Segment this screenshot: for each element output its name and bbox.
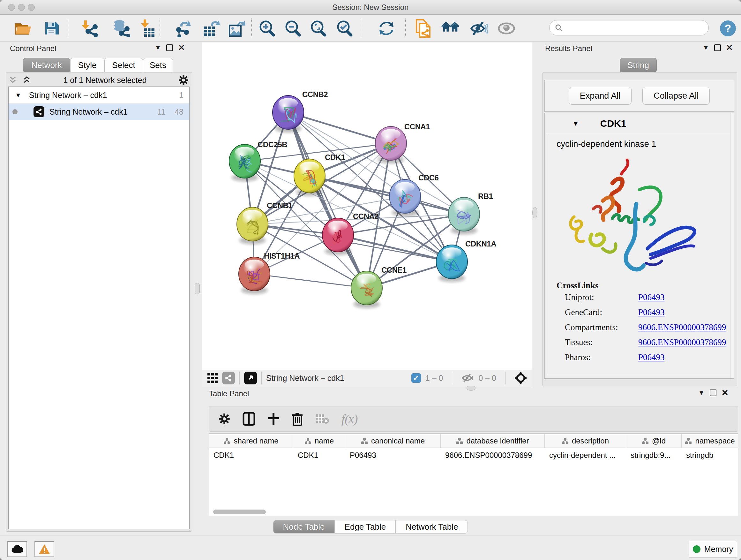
export-network-icon[interactable] bbox=[174, 19, 192, 38]
crosslink-value[interactable]: P06493 bbox=[638, 293, 731, 302]
warning-status-button[interactable] bbox=[35, 541, 54, 557]
results-splitter-handle[interactable] bbox=[532, 207, 537, 219]
crosslinks-title: CrossLinks bbox=[556, 281, 731, 291]
zoom-fit-icon[interactable] bbox=[309, 19, 327, 38]
cloud-status-button[interactable] bbox=[7, 541, 27, 557]
table-settings-gear-icon[interactable] bbox=[218, 413, 230, 425]
node-label[interactable]: CDC25B bbox=[258, 140, 287, 149]
panel-close-icon[interactable]: ✕ bbox=[178, 45, 185, 51]
delete-column-icon[interactable] bbox=[292, 412, 303, 426]
panel-menu-icon[interactable]: ▼ bbox=[698, 389, 704, 396]
crosslink-label: Uniprot: bbox=[565, 293, 638, 302]
import-network-icon[interactable] bbox=[81, 19, 100, 38]
string-home-icon[interactable] bbox=[441, 19, 460, 38]
column-header[interactable]: name bbox=[293, 434, 345, 448]
hide-unhide-icon[interactable] bbox=[470, 19, 488, 38]
crosslink-value[interactable]: 9606.ENSP00000378699 bbox=[638, 337, 731, 348]
import-table-icon[interactable] bbox=[138, 19, 157, 38]
collapse-all-button[interactable]: Collapse All bbox=[643, 87, 710, 105]
tab-string-results[interactable]: String bbox=[620, 58, 657, 73]
save-icon[interactable] bbox=[42, 19, 61, 38]
add-column-icon[interactable] bbox=[267, 412, 280, 426]
search-input[interactable] bbox=[563, 23, 698, 33]
collection-disclosure-icon[interactable]: ▼ bbox=[15, 91, 21, 99]
tab-network[interactable]: Network bbox=[23, 58, 70, 73]
zoom-out-icon[interactable] bbox=[283, 19, 302, 38]
export-image-icon[interactable] bbox=[227, 19, 246, 38]
node-label[interactable]: HIST1H1A bbox=[264, 252, 300, 260]
crosslink-value[interactable]: 9606.ENSP00000378699 bbox=[638, 322, 731, 332]
network-collection-row[interactable]: ▼ String Network – cdk1 1 bbox=[9, 87, 189, 104]
expand-all-button[interactable]: Expand All bbox=[569, 87, 632, 105]
selected-nodes-checkbox[interactable]: ✓ bbox=[411, 373, 421, 383]
memory-button[interactable]: Memory bbox=[689, 541, 737, 557]
panel-float-icon[interactable] bbox=[166, 44, 173, 51]
zoom-in-icon[interactable] bbox=[258, 19, 276, 38]
tab-select[interactable]: Select bbox=[105, 58, 143, 73]
toolbar-separator bbox=[405, 18, 406, 38]
node-label[interactable]: CCNE1 bbox=[381, 266, 407, 274]
panel-menu-icon[interactable]: ▼ bbox=[703, 44, 709, 51]
birds-eye-view-icon[interactable] bbox=[515, 372, 527, 384]
show-columns-icon[interactable] bbox=[243, 412, 255, 426]
crosslink-label: Compartments: bbox=[565, 322, 638, 332]
import-database-icon[interactable] bbox=[112, 19, 131, 38]
node-label[interactable]: CDKN1A bbox=[465, 240, 496, 248]
column-header[interactable]: description bbox=[545, 434, 626, 448]
node-label[interactable]: CCNA2 bbox=[353, 212, 379, 221]
open-folder-icon[interactable] bbox=[14, 19, 32, 38]
node-label[interactable]: CCNA1 bbox=[404, 122, 430, 131]
node-table[interactable]: shared name name canonical name database… bbox=[209, 434, 738, 516]
network-row-selected[interactable]: String Network – cdk1 11 48 bbox=[9, 104, 189, 120]
tab-sets[interactable]: Sets bbox=[143, 58, 173, 73]
detach-view-icon[interactable] bbox=[244, 372, 257, 384]
grid-view-icon[interactable] bbox=[207, 372, 218, 384]
column-header[interactable]: namespace bbox=[682, 434, 738, 448]
column-header[interactable]: canonical name bbox=[345, 434, 441, 448]
column-header[interactable]: @id bbox=[626, 434, 682, 448]
network-canvas[interactable]: CCNB2CCNA1CDC25BCDK1CDC6RB1CCNB1CCNA2CDK… bbox=[202, 43, 532, 370]
export-table-icon[interactable] bbox=[202, 19, 220, 38]
panel-float-icon[interactable] bbox=[710, 389, 717, 396]
help-icon[interactable]: ? bbox=[719, 19, 737, 38]
entry-disclosure-icon[interactable]: ▼ bbox=[572, 119, 579, 128]
vertical-splitter-handle[interactable] bbox=[195, 283, 200, 294]
show-graphics-icon[interactable] bbox=[497, 19, 516, 38]
duplicate-network-icon[interactable] bbox=[414, 19, 433, 38]
selected-counts: 1 – 0 bbox=[425, 374, 443, 383]
results-scrollbar[interactable] bbox=[730, 113, 734, 378]
tab-node-table[interactable]: Node Table bbox=[273, 520, 335, 534]
hidden-eye-icon[interactable] bbox=[461, 373, 474, 383]
tab-network-table[interactable]: Network Table bbox=[396, 520, 468, 534]
column-header[interactable]: database identifier bbox=[441, 434, 545, 448]
crosslink-value[interactable]: P06493 bbox=[638, 307, 731, 317]
node-label[interactable]: CDK1 bbox=[325, 153, 345, 162]
node-label[interactable]: CDC6 bbox=[418, 173, 439, 182]
network-options-gear-icon[interactable] bbox=[178, 75, 189, 85]
tab-edge-table[interactable]: Edge Table bbox=[335, 520, 396, 534]
application-window: Session: New Session bbox=[0, 0, 741, 560]
node-label[interactable]: RB1 bbox=[478, 192, 493, 200]
zoom-selected-icon[interactable] bbox=[335, 19, 354, 38]
collapse-all-icon[interactable] bbox=[8, 76, 18, 84]
panel-close-icon[interactable]: ✕ bbox=[726, 45, 733, 51]
expand-all-icon[interactable] bbox=[22, 76, 32, 84]
tab-style[interactable]: Style bbox=[70, 58, 105, 73]
network-share-view-icon[interactable] bbox=[222, 372, 235, 384]
table-horizontal-scrollbar[interactable] bbox=[213, 509, 266, 514]
table-row[interactable]: CDK1 CDK1 P06493 9606.ENSP00000378699 cy… bbox=[209, 448, 738, 462]
column-header[interactable]: shared name bbox=[209, 434, 293, 448]
node-label[interactable]: CCNB1 bbox=[267, 201, 292, 210]
panel-float-icon[interactable] bbox=[714, 44, 721, 51]
search-box[interactable] bbox=[549, 20, 709, 36]
node-label[interactable]: CCNB2 bbox=[302, 90, 328, 99]
crosslink-value[interactable]: P06493 bbox=[638, 353, 731, 362]
string-network-graph[interactable]: CCNB2CCNA1CDC25BCDK1CDC6RB1CCNB1CCNA2CDK… bbox=[202, 43, 532, 370]
gene-name: CDK1 bbox=[600, 118, 626, 129]
refresh-icon[interactable] bbox=[377, 19, 396, 38]
panel-close-icon[interactable]: ✕ bbox=[722, 390, 729, 395]
panel-menu-icon[interactable]: ▼ bbox=[155, 44, 161, 51]
table-header-row: shared name name canonical name database… bbox=[209, 434, 738, 448]
control-panel-tabs: Network Style Select Sets bbox=[23, 58, 173, 73]
gene-entry-header[interactable]: ▼ CDK1 bbox=[545, 113, 734, 134]
